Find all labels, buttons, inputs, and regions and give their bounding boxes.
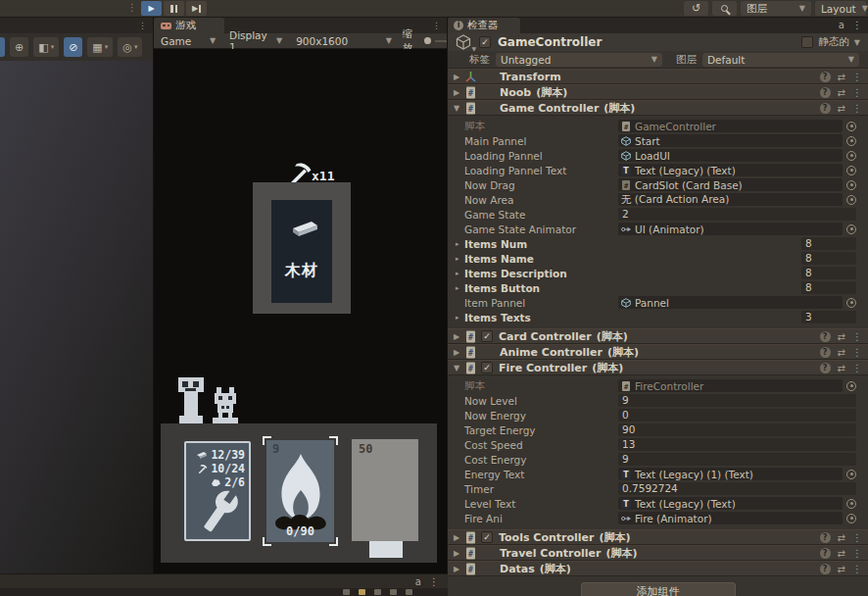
- panel-menu-icon[interactable]: ⋮: [138, 21, 147, 30]
- expander-icon[interactable]: ▸: [456, 240, 464, 248]
- array-size-field[interactable]: 3: [801, 311, 856, 323]
- object-picker-icon[interactable]: [846, 381, 856, 391]
- gameobject-active-checkbox[interactable]: ✓: [479, 36, 491, 48]
- presets-icon[interactable]: ⇄: [838, 103, 845, 114]
- game-viewport[interactable]: x11 木材: [154, 49, 447, 573]
- object-field[interactable]: LoadUI: [618, 149, 843, 162]
- help-icon[interactable]: ?: [820, 548, 831, 559]
- toolbar-overflow-icon[interactable]: ⋮: [127, 2, 137, 13]
- fire-card-selected[interactable]: 9 0/90: [266, 440, 334, 542]
- value-field[interactable]: 13: [618, 438, 856, 451]
- component-menu-icon[interactable]: ⋮: [852, 347, 862, 358]
- panel-menu-icon[interactable]: ⋮: [429, 576, 439, 587]
- display-dropdown[interactable]: Display 1▼: [222, 33, 289, 48]
- play-button[interactable]: ▶: [141, 1, 162, 16]
- value-field[interactable]: 9: [618, 394, 856, 407]
- tool-button-partial[interactable]: [0, 37, 5, 57]
- component-header-anime-controller[interactable]: ▶#Anime Controller(脚本)?⇄⋮: [448, 344, 868, 360]
- help-icon[interactable]: ?: [820, 564, 831, 574]
- object-field[interactable]: Fire (Animator): [618, 512, 843, 524]
- zoom-slider-track[interactable]: [435, 40, 447, 42]
- move-tool-button[interactable]: ⊕: [10, 37, 28, 57]
- wood-card[interactable]: 木材: [271, 200, 332, 303]
- presets-icon[interactable]: ⇄: [838, 87, 845, 98]
- component-menu-icon[interactable]: ⋮: [852, 103, 862, 114]
- array-size-field[interactable]: 8: [801, 267, 856, 279]
- value-field[interactable]: 90: [618, 423, 856, 436]
- resolution-dropdown[interactable]: 900x1600▼: [289, 33, 399, 48]
- expander-icon[interactable]: ▶: [454, 73, 464, 81]
- object-picker-icon[interactable]: [846, 514, 856, 523]
- expander-icon[interactable]: ▸: [456, 255, 464, 263]
- expander-icon[interactable]: ▼: [454, 364, 464, 372]
- layers-dropdown[interactable]: 图层▼: [741, 1, 811, 16]
- component-menu-icon[interactable]: ⋮: [852, 564, 862, 574]
- expander-icon[interactable]: ▸: [456, 314, 464, 322]
- stone-card[interactable]: 50: [352, 439, 418, 541]
- object-field[interactable]: 无 (Card Action Area): [618, 193, 843, 206]
- object-picker-icon[interactable]: [846, 166, 856, 175]
- object-picker-icon[interactable]: [846, 470, 856, 479]
- object-picker-icon[interactable]: [846, 180, 856, 190]
- tab-game[interactable]: 游戏: [154, 18, 224, 33]
- object-picker-icon[interactable]: [846, 122, 856, 131]
- help-icon[interactable]: ?: [820, 347, 831, 358]
- component-header-card-controller[interactable]: ▶#✓Card Controller(脚本)?⇄⋮: [448, 328, 868, 344]
- object-picker-icon[interactable]: [846, 195, 856, 205]
- component-enabled-checkbox[interactable]: ✓: [481, 362, 493, 373]
- expander-icon[interactable]: ▶: [454, 565, 464, 573]
- tag-dropdown[interactable]: Untagged▼: [496, 53, 662, 67]
- component-menu-icon[interactable]: ⋮: [852, 87, 862, 98]
- component-header-transform[interactable]: ▶Transform?⇄⋮: [448, 69, 868, 84]
- component-header-fire-controller[interactable]: ▼#✓Fire Controller(脚本)?⇄⋮: [448, 360, 868, 375]
- resources-card[interactable]: 12/39 10/24 2/6: [184, 441, 251, 541]
- console-icon[interactable]: [343, 589, 350, 595]
- component-header-game-controller[interactable]: ▼#Game Controller(脚本)?⇄⋮: [448, 100, 868, 116]
- component-header-datas[interactable]: ▶#Datas(脚本)?⇄⋮: [448, 561, 868, 576]
- pause-button[interactable]: [164, 1, 184, 16]
- deck-button[interactable]: [369, 541, 403, 558]
- object-field[interactable]: #FireController: [618, 379, 843, 392]
- value-field[interactable]: 2: [618, 208, 856, 221]
- layout-dropdown[interactable]: Layout▼: [815, 1, 866, 16]
- component-menu-icon[interactable]: ⋮: [852, 532, 862, 543]
- transform-tool-button[interactable]: ◧▾: [33, 37, 59, 57]
- object-picker-icon[interactable]: [846, 151, 856, 161]
- expander-icon[interactable]: ▶: [454, 533, 464, 542]
- component-menu-icon[interactable]: ⋮: [852, 72, 862, 82]
- object-field[interactable]: Start: [618, 134, 843, 147]
- presets-icon[interactable]: ⇄: [838, 72, 845, 82]
- step-button[interactable]: ▶: [186, 1, 207, 16]
- console-icon[interactable]: [390, 589, 397, 595]
- expander-icon[interactable]: ▸: [456, 270, 464, 277]
- expander-icon[interactable]: ▶: [454, 549, 464, 558]
- mute-icon[interactable]: [406, 589, 412, 595]
- expander-icon[interactable]: ▶: [454, 88, 464, 97]
- gameobject-cube-icon[interactable]: ▼: [456, 34, 471, 50]
- console-warning-icon[interactable]: [359, 589, 365, 595]
- presets-icon[interactable]: ⇄: [838, 564, 845, 574]
- object-picker-icon[interactable]: [846, 136, 856, 146]
- help-icon[interactable]: ?: [820, 87, 831, 98]
- tab-inspector[interactable]: i 检查器: [448, 18, 520, 33]
- component-menu-icon[interactable]: ⋮: [852, 331, 862, 342]
- expander-icon[interactable]: ▶: [454, 348, 464, 357]
- object-picker-icon[interactable]: [846, 499, 856, 509]
- layer-dropdown[interactable]: Default▼: [702, 53, 859, 67]
- component-header-travel-controller[interactable]: ▶#Travel Controller(脚本)?⇄⋮: [448, 545, 868, 561]
- expander-icon[interactable]: ▸: [456, 284, 464, 292]
- help-icon[interactable]: ?: [820, 363, 831, 373]
- console-icon[interactable]: [374, 589, 381, 595]
- lock-icon[interactable]: a: [839, 20, 844, 30]
- lock-icon[interactable]: a: [415, 576, 421, 587]
- component-header-noob[interactable]: ▶#Noob(脚本)?⇄⋮: [448, 84, 868, 100]
- presets-icon[interactable]: ⇄: [838, 347, 845, 358]
- object-field[interactable]: TText (Legacy) (1) (Text): [618, 468, 843, 480]
- panel-menu-icon[interactable]: ⋮: [852, 20, 862, 30]
- object-field[interactable]: UI (Animator): [618, 223, 843, 235]
- array-size-field[interactable]: 8: [801, 281, 856, 294]
- undo-history-button[interactable]: ↺: [684, 1, 708, 16]
- presets-icon[interactable]: ⇄: [838, 532, 845, 543]
- game-mode-dropdown[interactable]: Game▼: [154, 33, 222, 48]
- zoom-slider-knob[interactable]: [424, 37, 430, 44]
